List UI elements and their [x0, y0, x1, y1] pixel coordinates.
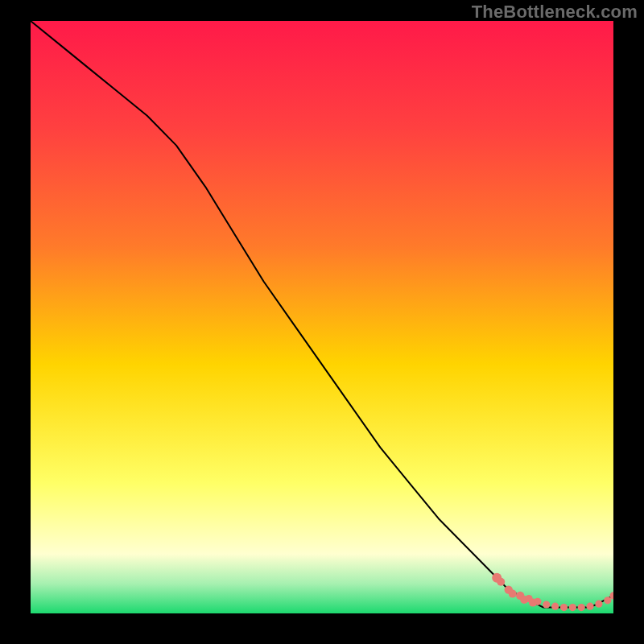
marker-dot — [586, 603, 593, 610]
marker-dot — [604, 597, 611, 604]
marker-dot — [543, 601, 550, 608]
marker-dot — [569, 604, 576, 611]
marker-dot — [534, 598, 541, 605]
marker-dot — [551, 603, 559, 610]
marker-dot — [497, 578, 505, 586]
chart-frame: TheBottleneck.com — [0, 0, 644, 644]
plot-area — [31, 21, 613, 613]
watermark-text: TheBottleneck.com — [472, 2, 638, 23]
marker-dot — [560, 604, 568, 611]
marker-dot — [578, 604, 585, 611]
marker-dot — [595, 601, 602, 608]
bottleneck-chart — [31, 21, 613, 613]
gradient-background — [31, 21, 613, 613]
marker-dot — [509, 590, 517, 598]
